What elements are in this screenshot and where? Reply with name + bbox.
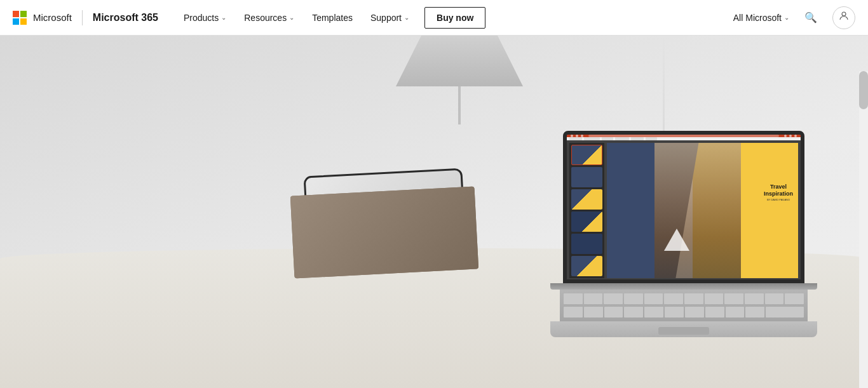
products-label: Products	[184, 13, 219, 23]
key	[665, 307, 684, 318]
laptop-keyboard	[560, 290, 808, 321]
status-icon-1	[780, 281, 785, 284]
ms-logo-grid	[13, 11, 27, 25]
templates-label: Templates	[312, 13, 353, 23]
status-dot-1	[569, 281, 573, 283]
status-progress	[576, 282, 778, 284]
ms-logo-blue	[13, 18, 19, 25]
laptop-hinge	[550, 283, 817, 290]
ms-logo-yellow	[20, 18, 27, 25]
key	[564, 293, 583, 304]
key	[604, 293, 623, 304]
nav-item-resources[interactable]: Resources ⌄	[236, 8, 302, 28]
ms-wordmark: Microsoft	[33, 12, 72, 23]
laptop-touchpad	[658, 327, 709, 335]
status-icon-2	[787, 281, 792, 284]
navbar: Microsoft Microsoft 365 Products ⌄ Resou…	[0, 0, 868, 36]
nav-item-products[interactable]: Products ⌄	[176, 8, 234, 28]
resources-label: Resources	[244, 13, 287, 23]
slide-title-line2: Inspiration	[764, 191, 793, 197]
resources-chevron-icon: ⌄	[289, 14, 294, 21]
keyboard-row-1	[564, 293, 804, 304]
profile-icon	[838, 10, 850, 25]
slide-thumb-2[interactable]	[571, 167, 602, 187]
slide-title-line1: Travel	[764, 184, 793, 191]
keyboard-row-2	[564, 307, 804, 318]
key	[644, 307, 663, 318]
status-icon-3	[793, 281, 798, 284]
key-wide	[766, 307, 804, 318]
slide-text-area: Travel Inspiration BY DAVID PAGANO	[764, 184, 793, 202]
hero-section: Travel Inspiration BY DAVID PAGANO	[0, 36, 868, 388]
slide-thumb-4[interactable]	[571, 211, 602, 232]
slide-thumb-3[interactable]	[571, 189, 602, 210]
key	[684, 293, 703, 304]
slide-triangle-shape	[664, 229, 689, 251]
key	[584, 307, 603, 318]
ms-logo-red	[13, 11, 19, 17]
search-button[interactable]: 🔍	[799, 6, 822, 29]
key	[624, 293, 643, 304]
nav-item-templates[interactable]: Templates	[304, 8, 360, 28]
key	[765, 293, 784, 304]
all-microsoft-label: All Microsoft	[733, 13, 782, 23]
key	[745, 307, 764, 318]
key	[785, 293, 804, 304]
main-nav: Products ⌄ Resources ⌄ Templates Support…	[176, 7, 733, 29]
laptop-base	[550, 321, 817, 337]
ppt-status-bar	[567, 281, 801, 283]
ppt-content-area: Travel Inspiration BY DAVID PAGANO	[567, 140, 801, 281]
scrollbar-thumb[interactable]	[859, 71, 868, 109]
slide-subtitle: BY DAVID PAGANO	[764, 198, 793, 201]
buy-now-button[interactable]: Buy now	[424, 7, 485, 29]
microsoft-logo-link[interactable]: Microsoft	[13, 11, 72, 25]
slide-thumb-6[interactable]	[571, 256, 602, 276]
slide-building-image	[654, 143, 740, 278]
key	[604, 307, 623, 318]
ppt-main-slide: Travel Inspiration BY DAVID PAGANO	[607, 143, 798, 278]
svg-point-0	[842, 12, 846, 16]
slide-thumb-1[interactable]	[571, 145, 602, 165]
powerpoint-app: Travel Inspiration BY DAVID PAGANO	[567, 135, 801, 279]
ppt-slides-panel	[569, 143, 604, 278]
navbar-right: All Microsoft ⌄ 🔍	[733, 6, 855, 29]
nav-item-support[interactable]: Support ⌄	[363, 8, 417, 28]
notebook	[290, 187, 478, 279]
ms-logo-green	[20, 11, 27, 17]
products-chevron-icon: ⌄	[221, 14, 226, 21]
key	[685, 307, 704, 318]
key	[705, 293, 724, 304]
lamp	[396, 36, 523, 124]
status-icons	[780, 281, 798, 284]
support-label: Support	[370, 13, 402, 23]
lamp-arm	[458, 86, 461, 124]
all-microsoft-chevron-icon: ⌄	[784, 14, 789, 21]
search-icon: 🔍	[804, 11, 817, 23]
scrollbar[interactable]	[859, 71, 868, 388]
laptop-screen: Travel Inspiration BY DAVID PAGANO	[563, 131, 804, 283]
nav-divider	[82, 10, 83, 25]
key	[745, 293, 764, 304]
lamp-shade	[396, 36, 523, 86]
key	[644, 293, 663, 304]
profile-button[interactable]	[832, 6, 855, 29]
key	[705, 307, 724, 318]
slide-thumb-5[interactable]	[571, 234, 602, 254]
all-microsoft-menu[interactable]: All Microsoft ⌄	[733, 13, 789, 23]
laptop: Travel Inspiration BY DAVID PAGANO	[550, 131, 817, 337]
key	[726, 307, 745, 318]
key	[724, 293, 743, 304]
key	[624, 307, 643, 318]
notebook-cover	[290, 187, 478, 279]
key	[584, 293, 603, 304]
key	[564, 307, 583, 318]
support-chevron-icon: ⌄	[404, 14, 409, 21]
key	[664, 293, 683, 304]
product-brand: Microsoft 365	[93, 12, 158, 23]
notebook-phone-group	[292, 191, 477, 274]
